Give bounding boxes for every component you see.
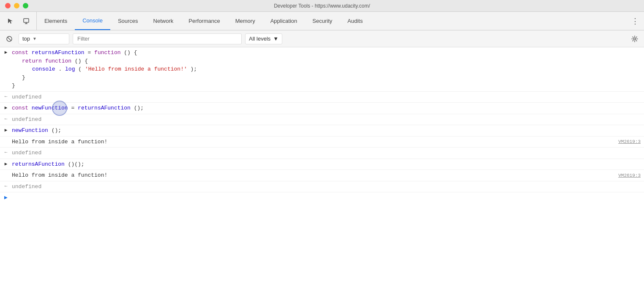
console-entry-2: ← undefined	[0, 92, 644, 103]
cursor-tool-button[interactable]	[5, 16, 15, 26]
entry-spacer-6	[0, 138, 12, 139]
entry-spacer-9	[0, 171, 12, 172]
entry-content-8: returnsAFunction ()();	[12, 160, 641, 169]
undefined-4: undefined	[12, 183, 41, 190]
console-input-row[interactable]: ▶	[0, 192, 644, 202]
console-input-field[interactable]	[12, 194, 641, 201]
fn-name-returnsAFunction: returnsAFunction	[32, 49, 85, 56]
tab-performance[interactable]: Performance	[181, 12, 227, 30]
entry-content-6: Hello from inside a function!	[12, 138, 610, 146]
entry-arrow-2: ←	[0, 93, 12, 99]
entry-content-2: undefined	[12, 93, 641, 101]
entry-content-9: Hello from inside a function!	[12, 171, 610, 180]
more-options[interactable]: ⋮	[626, 12, 644, 30]
console-entry-7: ← undefined	[0, 148, 644, 159]
fn-name-newFunction: newFun	[32, 105, 52, 111]
entry-arrow-1: ▶	[0, 49, 12, 55]
console-entry-1: ▶ const returnsAFunction = function () {…	[0, 47, 644, 92]
clear-console-button[interactable]	[3, 33, 15, 45]
entry-content-3: const newFun ction = returnsAFunction ()…	[12, 104, 641, 112]
context-dropdown-arrow: ▼	[33, 36, 37, 41]
fn-name-newFunction-2: ction	[52, 105, 68, 111]
undefined-2: undefined	[12, 116, 41, 123]
console-entry-3: ▶ const newFun ction = returnsAFunction …	[0, 103, 644, 114]
svg-rect-0	[24, 19, 29, 22]
kw-function-2: function	[45, 58, 71, 64]
vm-link-1[interactable]: VM2619:3	[610, 139, 641, 144]
tab-network[interactable]: Network	[146, 12, 181, 30]
fn-log: log	[65, 66, 75, 72]
tab-memory[interactable]: Memory	[228, 12, 263, 30]
entry-arrow-8: ▶	[0, 160, 12, 167]
filter-input[interactable]	[73, 33, 242, 44]
entry-arrow-10: ←	[0, 183, 12, 189]
devtools-body: Elements Console Sources Network Perform…	[0, 12, 644, 290]
fn-newFunction-call: newFunction	[12, 127, 48, 134]
maximize-button[interactable]	[23, 3, 28, 8]
close-button[interactable]	[5, 3, 11, 8]
new-function-highlight: newFun ction	[32, 104, 68, 112]
fn-returnsAFunction-call: returnsAFunction	[78, 105, 131, 111]
nav-tabs: Elements Console Sources Network Perform…	[37, 12, 626, 30]
tab-security[interactable]: Security	[305, 12, 340, 30]
nav-icons	[0, 12, 37, 30]
window-title: Developer Tools - https://www.udacity.co…	[274, 3, 370, 9]
undefined-3: undefined	[12, 150, 41, 156]
levels-selector[interactable]: All levels ▼	[245, 33, 282, 44]
entry-arrow-5: ▶	[0, 126, 12, 133]
window-controls	[5, 3, 28, 8]
minimize-button[interactable]	[14, 3, 19, 8]
title-bar: Developer Tools - https://www.udacity.co…	[0, 0, 644, 12]
console-entry-6: Hello from inside a function! VM2619:3	[0, 137, 644, 148]
console-content[interactable]: ▶ const returnsAFunction = function () {…	[0, 47, 644, 290]
entry-arrow-7: ←	[0, 149, 12, 155]
console-entry-9: Hello from inside a function! VM2619:3	[0, 170, 644, 181]
kw-return-1: return	[22, 58, 42, 64]
output-hello-2: Hello from inside a function!	[12, 172, 107, 178]
entry-arrow-3: ▶	[0, 104, 12, 110]
entry-arrow-4: ←	[0, 115, 12, 121]
tab-sources[interactable]: Sources	[110, 12, 146, 30]
fn-console-log: console	[32, 66, 55, 72]
console-entry-10: ← undefined	[0, 181, 644, 193]
fn-returnsAFunction-call2: returnsAFunction	[12, 161, 65, 167]
entry-content-4: undefined	[12, 115, 641, 124]
console-entry-8: ▶ returnsAFunction ()();	[0, 159, 644, 170]
tab-application[interactable]: Application	[263, 12, 305, 30]
inspect-element-button[interactable]	[21, 16, 31, 26]
console-toolbar: top ▼ All levels ▼	[0, 30, 644, 47]
svg-point-3	[634, 38, 636, 40]
console-entry-5: ▶ newFunction ();	[0, 125, 644, 137]
devtools-nav: Elements Console Sources Network Perform…	[0, 12, 644, 30]
console-entry-4: ← undefined	[0, 114, 644, 126]
tab-console[interactable]: Console	[75, 12, 110, 30]
entry-content-1: const returnsAFunction = function () { r…	[12, 49, 641, 90]
kw-function-1: function	[94, 49, 120, 56]
console-settings-button[interactable]	[629, 33, 641, 45]
input-prompt: ▶	[0, 194, 12, 201]
tab-audits[interactable]: Audits	[340, 12, 370, 30]
svg-line-2	[8, 37, 11, 41]
entry-content-10: undefined	[12, 183, 641, 191]
undefined-1: undefined	[12, 94, 41, 100]
tab-elements[interactable]: Elements	[37, 12, 75, 30]
kw-const-1: const	[12, 49, 28, 56]
context-selector[interactable]: top ▼	[19, 33, 69, 44]
entry-content-5: newFunction ();	[12, 126, 641, 135]
output-hello-1: Hello from inside a function!	[12, 139, 107, 145]
vm-link-2[interactable]: VM2619:3	[610, 173, 641, 178]
str-hello: 'Hello from inside a function!'	[85, 66, 187, 72]
levels-label: All levels	[249, 36, 270, 42]
kw-const-2: const	[12, 105, 28, 111]
levels-dropdown-arrow: ▼	[273, 36, 278, 42]
entry-content-7: undefined	[12, 149, 641, 157]
context-label: top	[22, 36, 30, 42]
